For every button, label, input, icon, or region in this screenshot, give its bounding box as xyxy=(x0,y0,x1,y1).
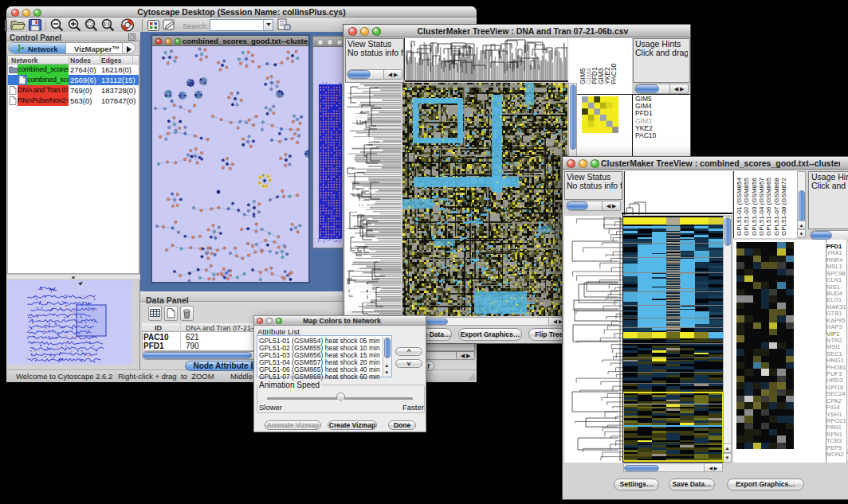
svg-text:1:1: 1:1 xyxy=(104,21,110,26)
